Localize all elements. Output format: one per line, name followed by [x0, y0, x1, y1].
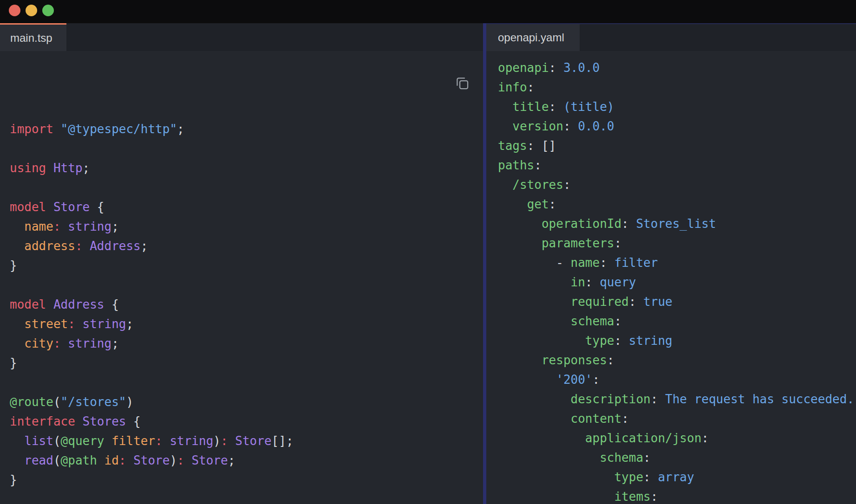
code-line: operationId: Stores_list — [498, 214, 856, 233]
window-titlebar — [0, 0, 856, 23]
code-line: openapi: 3.0.0 — [498, 58, 856, 78]
code-line: version: 0.0.0 — [498, 116, 856, 136]
code-line — [10, 275, 483, 295]
code-line: - name: filter — [498, 253, 856, 272]
right-tab-bar: openapi.yaml — [486, 23, 856, 51]
copy-button[interactable] — [454, 61, 471, 79]
code-line: tags: [] — [498, 136, 856, 155]
pane-divider[interactable] — [483, 23, 486, 504]
code-line: @route("/stores") — [10, 392, 483, 412]
app-window: main.tsp import "@typespec/http";using H… — [0, 0, 856, 504]
minimize-window-button[interactable] — [26, 5, 37, 16]
code-line: list(@query filter: string): Store[]; — [10, 431, 483, 451]
copy-icon — [454, 75, 470, 91]
code-line: } — [10, 470, 483, 490]
editor-panes: main.tsp import "@typespec/http";using H… — [0, 23, 856, 504]
code-line: model Store { — [10, 197, 483, 217]
code-line: type: string — [498, 331, 856, 350]
code-line: application/json: — [498, 428, 856, 448]
code-line: } — [10, 353, 483, 373]
left-tab-bar: main.tsp — [0, 23, 483, 51]
tab-main-tsp[interactable]: main.tsp — [0, 23, 66, 51]
code-line: read(@path id: Store): Store; — [10, 451, 483, 470]
openapi-yaml-viewer: openapi: 3.0.0info: title: (title) versi… — [486, 51, 856, 504]
code-line: street: string; — [10, 314, 483, 334]
code-line — [10, 178, 483, 197]
code-line: schema: — [498, 448, 856, 467]
code-line: items: — [498, 487, 856, 504]
tab-openapi-yaml[interactable]: openapi.yaml — [486, 24, 580, 51]
code-line: import "@typespec/http"; — [10, 119, 483, 139]
close-window-button[interactable] — [9, 5, 20, 16]
code-line: required: true — [498, 292, 856, 311]
openapi-output-pane: openapi.yaml openapi: 3.0.0info: title: … — [486, 23, 856, 504]
zoom-window-button[interactable] — [42, 5, 54, 16]
code-line: type: array — [498, 467, 856, 487]
code-line: in: query — [498, 272, 856, 292]
code-line: using Http; — [10, 158, 483, 178]
code-line: schema: — [498, 311, 856, 331]
code-line: /stores: — [498, 175, 856, 194]
code-line: interface Stores { — [10, 412, 483, 431]
traffic-lights — [9, 5, 54, 16]
code-line: '200': — [498, 370, 856, 389]
tab-label: main.tsp — [10, 32, 52, 45]
code-line: city: string; — [10, 334, 483, 353]
code-line: info: — [498, 78, 856, 97]
code-line: } — [10, 256, 483, 275]
code-line: model Address { — [10, 295, 483, 314]
code-line: parameters: — [498, 233, 856, 253]
code-line: content: — [498, 409, 856, 428]
tab-label: openapi.yaml — [498, 31, 564, 44]
code-line: description: The request has succeeded. — [498, 389, 856, 409]
code-line: get: — [498, 194, 856, 214]
code-line: title: (title) — [498, 97, 856, 116]
typespec-code-editor[interactable]: import "@typespec/http";using Http;model… — [0, 51, 483, 504]
code-line — [10, 139, 483, 158]
code-line — [10, 373, 483, 392]
code-line: paths: — [498, 155, 856, 175]
code-line: name: string; — [10, 217, 483, 236]
typespec-editor-pane: main.tsp import "@typespec/http";using H… — [0, 23, 483, 504]
code-line: address: Address; — [10, 236, 483, 256]
code-line: responses: — [498, 350, 856, 370]
